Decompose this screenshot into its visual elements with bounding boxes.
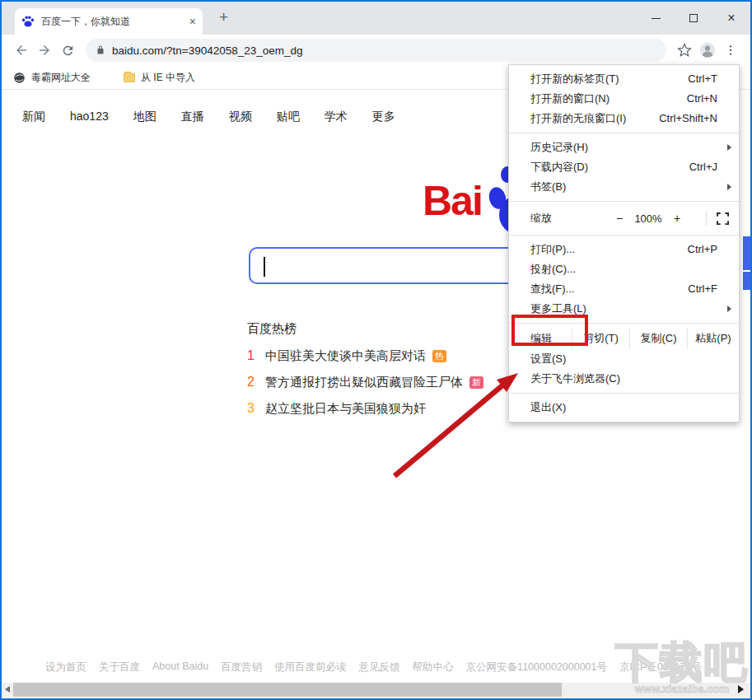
nav-more[interactable]: 更多 bbox=[372, 110, 395, 124]
nav-hao123[interactable]: hao123 bbox=[70, 110, 109, 124]
window-controls: × bbox=[637, 2, 750, 35]
minimize-button[interactable] bbox=[637, 2, 675, 35]
close-button[interactable]: × bbox=[712, 2, 750, 35]
bookmark-duba[interactable]: 毒霸网址大全 bbox=[13, 71, 91, 85]
menu-exit[interactable]: 退出(X) bbox=[509, 398, 739, 418]
browser-tab[interactable]: 百度一下，你就知道 × bbox=[15, 8, 203, 35]
menu-history[interactable]: 历史记录(H) bbox=[509, 138, 739, 157]
search-input[interactable] bbox=[249, 247, 521, 284]
menu-separator bbox=[509, 323, 739, 324]
menu-dots-icon[interactable] bbox=[719, 39, 742, 62]
folder-icon bbox=[124, 73, 135, 82]
footer-feedback[interactable]: 意见反馈 bbox=[359, 660, 400, 674]
address-bar[interactable]: baidu.com/?tn=39042058_23_oem_dg bbox=[86, 39, 666, 62]
menu-separator bbox=[509, 235, 739, 236]
vertical-scrollbar-thumb[interactable] bbox=[743, 236, 750, 270]
menu-cast[interactable]: 投射(C)... bbox=[509, 259, 739, 279]
divider bbox=[706, 211, 707, 226]
hot-item-1[interactable]: 1 中国驻美大使谈中美高层对话 热 bbox=[247, 343, 483, 369]
maximize-button[interactable] bbox=[675, 2, 712, 35]
horizontal-scrollbar-thumb[interactable] bbox=[13, 683, 562, 697]
menu-edit-row: 编辑 剪切(T) 复制(C) 粘贴(P) bbox=[509, 328, 739, 349]
menu-downloads[interactable]: 下载内容(D) Ctrl+J bbox=[509, 157, 739, 177]
vertical-scrollbar-thumb[interactable] bbox=[743, 272, 750, 290]
zoom-level: 100% bbox=[629, 212, 667, 225]
submenu-arrow-icon bbox=[727, 144, 731, 151]
footer-about[interactable]: 关于百度 bbox=[99, 660, 140, 674]
titlebar: 百度一下，你就知道 × + × bbox=[2, 2, 750, 35]
back-icon[interactable] bbox=[10, 39, 33, 62]
footer-set-home[interactable]: 设为首页 bbox=[45, 660, 86, 674]
footer-icp: 京ICP证030173号 bbox=[619, 660, 702, 674]
lock-icon bbox=[96, 44, 105, 56]
menu-separator bbox=[509, 393, 739, 394]
nav-tieba[interactable]: 贴吧 bbox=[277, 110, 300, 124]
fullscreen-icon[interactable] bbox=[717, 212, 729, 225]
rank-number: 1 bbox=[247, 348, 265, 363]
menu-zoom-row: 缩放 − 100% + bbox=[509, 206, 739, 231]
menu-more-tools[interactable]: 更多工具(L) bbox=[509, 299, 739, 319]
menu-about-browser[interactable]: 关于飞牛浏览器(C) bbox=[509, 369, 739, 389]
nav-live[interactable]: 直播 bbox=[181, 110, 204, 124]
menu-settings[interactable]: 设置(S) bbox=[509, 349, 739, 369]
url-text: baidu.com/?tn=39042058_23_oem_dg bbox=[112, 44, 303, 57]
submenu-arrow-icon bbox=[727, 306, 731, 312]
menu-separator bbox=[509, 201, 739, 202]
zoom-in-button[interactable]: + bbox=[667, 212, 687, 225]
globe-icon bbox=[13, 72, 26, 84]
menu-print[interactable]: 打印(P)... Ctrl+P bbox=[509, 240, 739, 259]
browser-menu: 打开新的标签页(T) Ctrl+T 打开新的窗口(N) Ctrl+N 打开新的无… bbox=[508, 64, 740, 422]
baidu-favicon-icon bbox=[21, 15, 35, 28]
new-tab-button[interactable]: + bbox=[214, 2, 233, 35]
footer-help[interactable]: 帮助中心 bbox=[413, 660, 454, 674]
rank-number: 2 bbox=[247, 375, 265, 390]
browser-window: 百度一下，你就知道 × + × baidu.com/?tn=39042058_2… bbox=[0, 0, 752, 700]
baidu-logo-text: Bai bbox=[423, 177, 482, 225]
bookmark-ie-import[interactable]: 从 IE 中导入 bbox=[124, 71, 195, 85]
hot-badge: 热 bbox=[432, 350, 446, 362]
text-cursor bbox=[264, 257, 265, 277]
menu-cut[interactable]: 剪切(T) bbox=[572, 328, 629, 349]
nav-news[interactable]: 新闻 bbox=[22, 110, 45, 124]
scroll-right-arrow-icon[interactable] bbox=[738, 685, 744, 693]
hot-item-2[interactable]: 2 警方通报打捞出疑似西藏冒险王尸体 新 bbox=[247, 369, 483, 395]
menu-find[interactable]: 查找(F)... Ctrl+F bbox=[509, 279, 739, 299]
menu-new-incognito[interactable]: 打开新的无痕窗口(I) Ctrl+Shift+N bbox=[509, 109, 739, 128]
bookmark-star-icon[interactable] bbox=[673, 39, 696, 62]
menu-bookmarks[interactable]: 书签(B) bbox=[509, 177, 739, 197]
menu-new-tab[interactable]: 打开新的标签页(T) Ctrl+T bbox=[509, 69, 739, 89]
zoom-out-button[interactable]: − bbox=[610, 212, 629, 225]
tab-close-icon[interactable]: × bbox=[189, 15, 196, 28]
bookmark-label: 毒霸网址大全 bbox=[31, 71, 91, 85]
menu-new-window[interactable]: 打开新的窗口(N) Ctrl+N bbox=[509, 89, 739, 109]
page-footer: 设为首页 关于百度 About Baidu 百度营销 使用百度前必读 意见反馈 … bbox=[45, 660, 702, 674]
hot-item-3[interactable]: 3 赵立坚批日本与美国狼狈为奸 bbox=[247, 395, 483, 422]
tab-title: 百度一下，你就知道 bbox=[41, 15, 184, 29]
nav-xueshu[interactable]: 学术 bbox=[325, 110, 348, 124]
footer-marketing[interactable]: 百度营销 bbox=[221, 660, 262, 674]
nav-map[interactable]: 地图 bbox=[133, 110, 156, 124]
menu-copy[interactable]: 复制(C) bbox=[629, 328, 687, 349]
menu-separator bbox=[509, 133, 739, 133]
profile-avatar-icon[interactable] bbox=[696, 39, 719, 62]
nav-video[interactable]: 视频 bbox=[229, 110, 252, 124]
scroll-left-arrow-icon[interactable] bbox=[5, 686, 10, 693]
menu-paste[interactable]: 粘贴(P) bbox=[687, 328, 739, 349]
footer-must-read[interactable]: 使用百度前必读 bbox=[274, 660, 347, 674]
new-badge: 新 bbox=[469, 376, 483, 389]
forward-icon[interactable] bbox=[33, 39, 56, 62]
refresh-icon[interactable] bbox=[56, 39, 79, 62]
bookmark-label: 从 IE 中导入 bbox=[141, 71, 195, 85]
footer-police-record: 京公网安备11000002000001号 bbox=[466, 660, 607, 674]
baidu-nav: 新闻 hao123 地图 直播 视频 贴吧 学术 更多 bbox=[22, 110, 395, 124]
footer-about-en[interactable]: About Baidu bbox=[152, 660, 208, 674]
submenu-arrow-icon bbox=[727, 184, 731, 190]
toolbar: baidu.com/?tn=39042058_23_oem_dg bbox=[2, 35, 750, 66]
hot-list-title: 百度热榜 bbox=[247, 321, 483, 343]
rank-number: 3 bbox=[247, 401, 265, 416]
hot-list: 百度热榜 1 中国驻美大使谈中美高层对话 热 2 警方通报打捞出疑似西藏冒险王尸… bbox=[247, 321, 483, 422]
horizontal-scrollbar[interactable] bbox=[2, 683, 750, 697]
